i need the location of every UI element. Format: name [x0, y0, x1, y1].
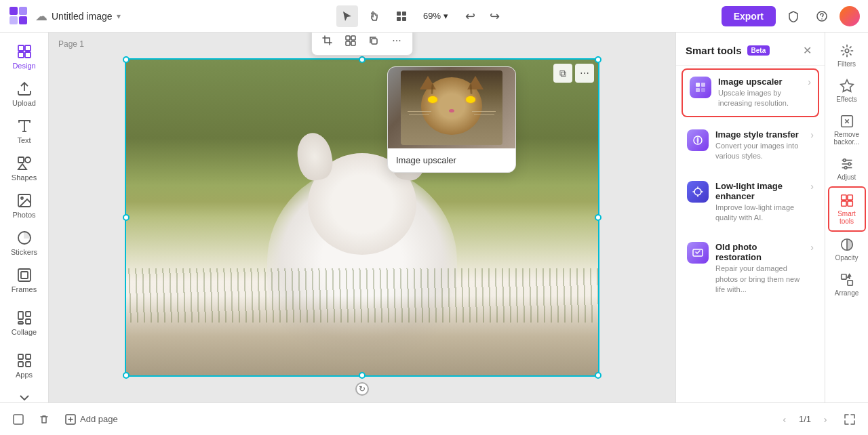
user-avatar[interactable] [840, 6, 860, 26]
add-page-label: Add page [80, 414, 118, 424]
svg-rect-38 [696, 83, 700, 87]
rotate-handle[interactable]: ↻ [355, 382, 369, 396]
undo-redo-group: ↩ ↪ [459, 5, 505, 27]
canvas-copy-button[interactable]: ⧉ [553, 64, 572, 83]
sidebar-bottom [3, 384, 46, 402]
shield-icon-button[interactable] [783, 5, 804, 27]
tool-item-upscaler[interactable]: Image upscaler Upscale images by increas… [682, 68, 819, 117]
svg-point-21 [21, 197, 23, 199]
style-transfer-text: Image style transfer Convert your images… [715, 129, 804, 162]
sidebar-item-frames[interactable]: Frames [3, 262, 46, 299]
more-button[interactable]: ··· [387, 33, 407, 51]
svg-point-18 [25, 157, 31, 163]
select-tool-button[interactable] [336, 5, 358, 27]
panel-title: Smart tools [686, 45, 742, 56]
rt-arrange[interactable]: Arrange [828, 267, 866, 302]
svg-point-45 [845, 49, 849, 53]
sidebar-item-collage[interactable]: Collage [3, 304, 46, 341]
chevron-down-icon: ▾ [117, 12, 121, 21]
upscaler-text: Image upscaler Upscale images by increas… [718, 77, 801, 109]
canvas-area: Page 1 [49, 33, 675, 402]
sidebar-item-photos[interactable]: Photos [3, 187, 46, 224]
zoom-control-button[interactable]: 69% ▾ [418, 8, 454, 24]
crop-button[interactable] [317, 33, 338, 51]
sidebar-item-label: Upload [12, 99, 36, 107]
svg-point-43 [694, 188, 701, 195]
svg-rect-7 [402, 17, 406, 21]
lowlight-desc: Improve low-light image quality with AI. [715, 203, 804, 224]
svg-rect-6 [397, 17, 401, 21]
panel-header: Smart tools Beta ✕ [676, 33, 825, 66]
layout-button[interactable] [391, 5, 412, 27]
fullscreen-button[interactable] [840, 409, 860, 430]
rt-filters-label: Filters [837, 60, 856, 68]
rt-opacity[interactable]: Opacity [828, 232, 866, 267]
tooltip-popup: Image upscaler [387, 66, 516, 173]
upscaler-icon [690, 77, 711, 98]
svg-rect-23 [18, 269, 31, 281]
grid-button[interactable] [340, 33, 361, 51]
redo-button[interactable]: ↪ [484, 5, 505, 27]
canvas-frame[interactable]: ↻ ··· ⧉ ⋯ [125, 58, 599, 377]
rt-filters[interactable]: Filters [828, 38, 866, 73]
rt-adjust[interactable]: Adjust [828, 151, 866, 186]
svg-rect-10 [18, 45, 24, 51]
photo-restoration-chevron-icon: › [810, 242, 814, 253]
sidebar-item-label: Shapes [12, 173, 37, 182]
rt-smart-tools[interactable]: Smart tools [828, 186, 866, 232]
style-transfer-chevron-icon: › [810, 129, 814, 140]
help-icon-button[interactable] [811, 5, 833, 27]
svg-rect-30 [26, 354, 31, 359]
delete-page-button[interactable] [34, 409, 54, 430]
svg-rect-34 [351, 36, 355, 40]
svg-rect-5 [402, 12, 406, 16]
sidebar-item-label: Frames [12, 285, 37, 293]
svg-marker-19 [18, 164, 26, 169]
prev-page-button[interactable]: ‹ [776, 411, 793, 428]
svg-point-9 [821, 18, 823, 20]
svg-rect-13 [25, 52, 31, 58]
canvas-more-button[interactable]: ⋯ [575, 64, 594, 83]
topbar-right: Export [722, 5, 860, 27]
svg-rect-54 [841, 195, 846, 200]
undo-button[interactable]: ↩ [459, 5, 481, 27]
sidebar-item-collapse[interactable] [3, 384, 46, 402]
export-button[interactable]: Export [722, 6, 776, 26]
zoom-chevron-icon: ▾ [443, 11, 448, 21]
rt-remove-bg[interactable]: Remove backor... [828, 108, 866, 151]
svg-point-52 [848, 163, 850, 165]
svg-rect-17 [18, 157, 24, 163]
style-transfer-name: Image style transfer [715, 129, 804, 140]
sidebar-item-apps[interactable]: Apps [3, 347, 46, 384]
rt-effects-label: Effects [836, 96, 856, 103]
tool-item-photo-restoration[interactable]: Old photo restoration Repair your damage… [676, 232, 825, 304]
zoom-dropdown[interactable]: 69% ▾ [418, 8, 454, 24]
upscaler-chevron-icon: › [808, 77, 811, 87]
bottom-right: ‹ 1/1 › [776, 409, 860, 430]
sidebar-item-upload[interactable]: Upload [3, 75, 46, 112]
sidebar-item-design[interactable]: Design [3, 38, 46, 75]
tool-item-lowlight[interactable]: Low-light image enhancer Improve low-lig… [676, 171, 825, 233]
rt-effects[interactable]: Effects [828, 73, 866, 108]
next-page-button[interactable]: › [816, 411, 834, 428]
panel-close-button[interactable]: ✕ [799, 42, 815, 58]
sidebar-item-shapes[interactable]: Shapes [3, 150, 46, 187]
sidebar-item-stickers[interactable]: Stickers [3, 224, 46, 262]
copy-button[interactable] [363, 33, 384, 51]
document-title-area[interactable]: ☁ Untitled image ▾ [35, 9, 121, 24]
doc-title: Untitled image [52, 11, 113, 22]
hand-tool-button[interactable] [363, 5, 385, 27]
add-page-button[interactable]: Add page [60, 411, 123, 428]
svg-rect-33 [346, 36, 350, 40]
tooltip-preview-image [388, 67, 515, 148]
rt-adjust-label: Adjust [837, 173, 856, 181]
canvas-side-actions: ⧉ ⋯ [553, 64, 594, 83]
page-settings-button[interactable] [8, 409, 28, 430]
app-logo[interactable] [8, 5, 30, 27]
photo-restoration-text: Old photo restoration Repair your damage… [715, 242, 804, 295]
lowlight-text: Low-light image enhancer Improve low-lig… [715, 181, 804, 224]
tool-item-style-transfer[interactable]: Image style transfer Convert your images… [676, 120, 825, 171]
svg-rect-32 [26, 362, 31, 367]
svg-rect-39 [701, 83, 705, 87]
sidebar-item-text[interactable]: Text [3, 112, 46, 150]
